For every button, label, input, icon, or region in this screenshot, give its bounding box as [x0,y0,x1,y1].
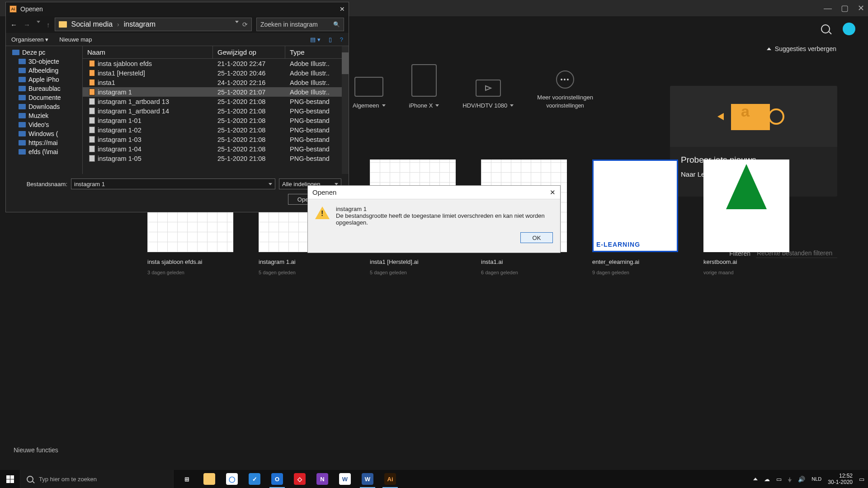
taskbar-app-explorer[interactable] [199,470,220,488]
preset-meer-voorinstellingen[interactable]: •••Meer voorinstellingenvoorinstellingen [537,70,593,109]
tree-item[interactable]: Video's [6,120,82,129]
file-list-body[interactable]: insta sjabloon efds21-1-2020 22:47Adobe … [83,59,349,174]
preset-shape-icon [354,77,383,97]
tree-icon [19,113,26,118]
up-button[interactable]: ↑ [47,21,50,28]
search-icon [27,476,33,483]
error-ok-button[interactable]: OK [520,232,553,243]
taskbar-app-chrome[interactable]: ◯ [222,470,242,488]
volume-icon[interactable]: 🔊 [798,476,805,483]
taskbar-app-word[interactable]: W [357,470,378,488]
error-body: instagram 1 De bestandsgrootte heeft de … [308,199,560,232]
preset-hdv-hdtv-1080[interactable]: HDV/HDTV 1080 [462,80,514,109]
view-options[interactable]: ▤ ▾ [310,36,321,43]
taskbar-app-word-web[interactable]: W [335,470,355,488]
file-row[interactable]: insta sjabloon efds21-1-2020 22:47Adobe … [83,59,349,68]
svg-point-2 [769,109,783,124]
tree-item[interactable]: Documente [6,93,82,102]
file-row[interactable]: instagram 1-0425-1-2020 21:08PNG-bestand [83,144,349,154]
col-name[interactable]: Naam [83,46,213,58]
wifi-icon[interactable]: ⏚ [788,476,792,483]
tray-overflow[interactable] [753,478,758,480]
crumb-0[interactable]: Social media [71,20,113,28]
forward-button[interactable]: → [24,21,30,28]
tree-item[interactable]: Downloads [6,102,82,111]
taskbar-app-onenote[interactable]: N [312,470,333,488]
onedrive-icon[interactable]: ☁ [764,476,770,483]
preset-label: HDV/HDTV 1080 [462,102,514,109]
dialog-search[interactable]: Zoeken in instagram 🔍 [256,18,344,31]
preset-label: Algemeen [353,102,386,109]
svg-marker-3 [717,113,724,120]
taskbar-app-sticky[interactable]: ✓ [244,470,265,488]
warning-icon [315,206,330,219]
scrollbar-thumb[interactable] [342,52,349,74]
tree-item[interactable]: Bureaublac [6,84,82,93]
col-type[interactable]: Type [285,46,349,58]
file-row[interactable]: instagram 1-0325-1-2020 21:08PNG-bestand [83,135,349,144]
language-indicator[interactable]: NLD [811,476,821,482]
recent-item[interactable]: enter_elearning.ai9 dagen geleden [592,160,678,275]
organise-menu[interactable]: Organiseren ▾ [11,36,48,43]
tree-item[interactable]: https://mai [6,138,82,147]
restore-button[interactable]: ▢ [841,3,849,13]
recent-ago: 5 dagen geleden [259,270,344,275]
open-dialog: Ai Openen ✕ ← → ↑ Social media › instagr… [5,2,349,212]
file-row[interactable]: instagram 1-0225-1-2020 21:08PNG-bestand [83,125,349,135]
battery-icon[interactable]: ▭ [776,476,782,483]
new-features-link[interactable]: Nieuwe functies [14,446,58,454]
file-row[interactable]: insta1 [Hersteld]25-1-2020 20:46Adobe Il… [83,68,349,78]
tree-item[interactable]: 3D-objecte [6,57,82,66]
preset-iphone-x[interactable]: iPhone X [409,64,439,109]
folder-tree[interactable]: Deze pc3D-objecteAfbeeldingApple iPhoBur… [6,46,83,174]
open-dialog-close[interactable]: ✕ [340,5,345,13]
scrollbar[interactable] [342,46,349,174]
taskbar-app-creative-cloud[interactable]: ◇ [289,470,310,488]
search-icon[interactable] [821,24,830,33]
preset-shape-icon: ••• [556,70,574,89]
file-icon [89,79,95,86]
taskbar-app-outlook[interactable]: O [267,470,288,488]
open-dialog-titlebar: Ai Openen ✕ [6,2,349,16]
tree-icon [12,50,19,55]
taskbar-app-task-view[interactable]: ⊞ [176,470,197,488]
tree-item[interactable]: efds (\\mai [6,147,82,156]
refresh-button[interactable]: ⟳ [242,21,248,28]
tree-item[interactable]: Apple iPho [6,75,82,84]
new-folder-button[interactable]: Nieuwe map [59,36,92,43]
file-row[interactable]: instagram 125-1-2020 21:07Adobe Illustr.… [83,87,349,97]
path-dropdown[interactable] [235,21,239,23]
filename-input[interactable]: instagram 1 [71,178,275,189]
minimize-button[interactable]: — [824,4,832,13]
file-row[interactable]: instagram 1_artboard 1325-1-2020 21:08PN… [83,97,349,106]
hide-suggestions-label: Suggesties verbergen [775,45,836,52]
avatar[interactable] [843,23,855,35]
preview-pane-toggle[interactable]: ▯ [329,36,332,43]
file-row[interactable]: instagram 1-0125-1-2020 21:08PNG-bestand [83,116,349,125]
history-dropdown[interactable] [37,21,40,23]
open-dialog-title: Openen [20,5,43,13]
file-icon [89,117,95,124]
help-button[interactable]: ? [340,36,343,43]
close-button[interactable]: ✕ [858,3,864,13]
explorer-icon [203,473,215,485]
taskbar-app-illustrator[interactable]: Ai [380,470,401,488]
tree-item[interactable]: Windows ( [6,129,82,138]
tree-item[interactable]: Deze pc [6,48,82,57]
back-button[interactable]: ← [10,21,17,28]
breadcrumb[interactable]: Social media › instagram ⟳ [55,18,252,31]
tree-item[interactable]: Muziek [6,111,82,120]
action-center[interactable]: ▭ [859,476,864,483]
file-row[interactable]: instagram 1-0525-1-2020 21:08PNG-bestand [83,154,349,163]
clock[interactable]: 12:52 30-1-2020 [828,473,853,485]
col-modified[interactable]: Gewijzigd op [213,46,285,58]
taskbar-search[interactable]: Typ hier om te zoeken [20,470,174,488]
preset-algemeen[interactable]: Algemeen [353,77,386,109]
file-row[interactable]: insta124-1-2020 22:16Adobe Illustr.. [83,78,349,87]
error-close[interactable]: ✕ [550,188,556,197]
recent-ago: 9 dagen geleden [592,270,678,275]
start-button[interactable] [0,475,20,483]
crumb-1[interactable]: instagram [124,20,156,28]
tree-item[interactable]: Afbeelding [6,66,82,75]
file-row[interactable]: instagram 1_artboard 1425-1-2020 21:08PN… [83,106,349,116]
